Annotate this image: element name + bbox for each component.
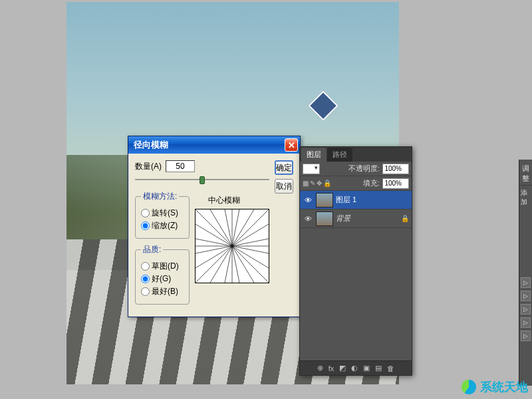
quality-draft-label: 草图(D) [152, 261, 179, 272]
close-icon: ✕ [288, 140, 295, 150]
zoom-lines-icon [196, 209, 269, 283]
slider-thumb[interactable] [200, 176, 205, 184]
method-spin-radio[interactable] [141, 209, 150, 217]
new-group-icon[interactable]: ▣ [363, 364, 370, 372]
lock-icons-group: ▦ ✎ ✥ 🔒 [303, 180, 331, 187]
svg-line-18 [225, 246, 232, 283]
quality-legend: 品质: [141, 244, 163, 255]
lock-icon: 🔒 [401, 215, 409, 222]
layer-row-1[interactable]: 👁 图层 1 [300, 191, 412, 209]
expand-row-icon[interactable]: ▷ [521, 277, 531, 288]
svg-line-16 [196, 246, 232, 283]
dialog-left-column: 数量(A) 模糊方法: 旋转(S) [135, 160, 269, 310]
layer-list: 👁 图层 1 👁 背景 🔒 [300, 191, 412, 228]
amount-row: 数量(A) [135, 160, 269, 172]
expand-row-icon[interactable]: ▷ [521, 317, 531, 328]
amount-label: 数量(A) [135, 161, 162, 172]
adjustments-panel-collapsed: 调整 添加 ▷ ▷ ▷ ▷ ▷ [519, 160, 532, 386]
quality-best-label: 最好(B) [152, 286, 178, 297]
quality-draft-radio[interactable] [141, 262, 150, 271]
svg-line-9 [232, 239, 269, 246]
svg-line-4 [232, 209, 254, 246]
layer-thumbnail [316, 211, 333, 226]
quality-good-radio[interactable] [141, 275, 150, 283]
svg-line-6 [196, 224, 232, 246]
method-zoom-option[interactable]: 缩放(Z) [141, 220, 184, 231]
opacity-input[interactable] [382, 164, 409, 174]
adjustments-hint: 添加 [519, 186, 532, 209]
quality-best-radio[interactable] [141, 287, 150, 296]
blend-opacity-row: 不透明度: [300, 162, 412, 176]
link-layers-icon[interactable]: ⊕ [317, 364, 323, 372]
close-button[interactable]: ✕ [285, 138, 298, 152]
watermark-text: 系统天地 [480, 379, 528, 395]
ok-button[interactable]: 确定 [275, 160, 293, 175]
method-zoom-radio[interactable] [141, 221, 150, 230]
layers-panel: 图层 路径 不透明度: ▦ ✎ ✥ 🔒 填充: 👁 图层 1 👁 背景 🔒 [299, 146, 412, 376]
quality-good-option[interactable]: 好(G) [141, 273, 184, 285]
quality-group: 品质: 草图(D) 好(G) 最好(B) [135, 244, 190, 305]
new-layer-icon[interactable]: ▤ [375, 364, 382, 372]
quality-good-label: 好(G) [152, 273, 171, 285]
svg-line-1 [210, 209, 232, 246]
lock-brush-icon[interactable]: ✎ [310, 180, 315, 187]
svg-line-13 [232, 246, 269, 253]
blur-center-preview[interactable] [195, 209, 269, 283]
method-zoom-label: 缩放(Z) [152, 220, 178, 231]
amount-slider[interactable] [135, 175, 269, 184]
dialog-button-column: 确定 取消 [275, 160, 293, 310]
svg-line-20 [232, 246, 254, 283]
svg-line-5 [232, 209, 269, 246]
blur-center-label: 中心模糊 [208, 195, 269, 206]
layer-row-background[interactable]: 👁 背景 🔒 [300, 209, 412, 228]
visibility-toggle[interactable]: 👁 [303, 195, 313, 205]
visibility-toggle[interactable]: 👁 [303, 213, 313, 224]
svg-line-2 [225, 209, 232, 246]
add-mask-icon[interactable]: ◩ [339, 364, 346, 372]
lock-all-icon[interactable]: 🔒 [323, 180, 331, 187]
panel-tabs: 图层 路径 [300, 147, 412, 162]
adjustment-layer-icon[interactable]: ◐ [351, 364, 358, 372]
dialog-titlebar[interactable]: 径向模糊 ✕ [128, 136, 300, 154]
fill-label: 填充: [363, 178, 380, 188]
quality-draft-option[interactable]: 草图(D) [141, 261, 184, 272]
delete-layer-icon[interactable]: 🗑 [387, 364, 394, 372]
dialog-title: 径向模糊 [134, 139, 285, 151]
amount-input[interactable] [166, 160, 195, 172]
fill-input[interactable] [382, 178, 409, 189]
layer-name: 图层 1 [336, 195, 409, 205]
svg-line-8 [196, 239, 232, 246]
adjustments-tab[interactable]: 调整 [519, 162, 532, 186]
expand-row-icon[interactable]: ▷ [521, 304, 531, 315]
blur-method-group: 模糊方法: 旋转(S) 缩放(Z) [135, 191, 190, 239]
opacity-label: 不透明度: [348, 164, 380, 174]
expand-arrows: ▷ ▷ ▷ ▷ ▷ [519, 276, 532, 342]
method-spin-option[interactable]: 旋转(S) [141, 207, 184, 219]
fx-icon[interactable]: fx [329, 364, 334, 372]
expand-row-icon[interactable]: ▷ [521, 331, 531, 341]
tab-layers[interactable]: 图层 [301, 148, 327, 162]
cancel-button[interactable]: 取消 [275, 179, 293, 194]
svg-line-12 [196, 246, 232, 253]
svg-line-15 [232, 246, 269, 268]
svg-line-14 [196, 246, 232, 268]
svg-line-7 [232, 224, 269, 246]
lock-transparency-icon[interactable]: ▦ [303, 180, 309, 187]
watermark: 系统天地 [462, 379, 528, 395]
panel-footer: ⊕ fx ◩ ◐ ▣ ▤ 🗑 [300, 360, 412, 375]
svg-line-19 [232, 246, 239, 283]
quality-best-option[interactable]: 最好(B) [141, 286, 184, 297]
method-spin-label: 旋转(S) [152, 207, 178, 219]
svg-line-17 [210, 246, 232, 283]
layer-thumbnail [316, 193, 333, 207]
lock-move-icon[interactable]: ✥ [317, 180, 322, 187]
tab-paths[interactable]: 路径 [327, 148, 352, 162]
svg-line-3 [232, 209, 239, 246]
svg-line-0 [196, 209, 232, 246]
layer-name: 背景 [336, 213, 398, 223]
radial-blur-dialog: 径向模糊 ✕ 数量(A) 模糊方法: 旋转(S) [128, 136, 301, 317]
pedestrian-sign [308, 90, 338, 120]
blend-mode-select[interactable] [303, 164, 320, 174]
svg-line-21 [232, 246, 269, 283]
expand-row-icon[interactable]: ▷ [521, 291, 531, 301]
